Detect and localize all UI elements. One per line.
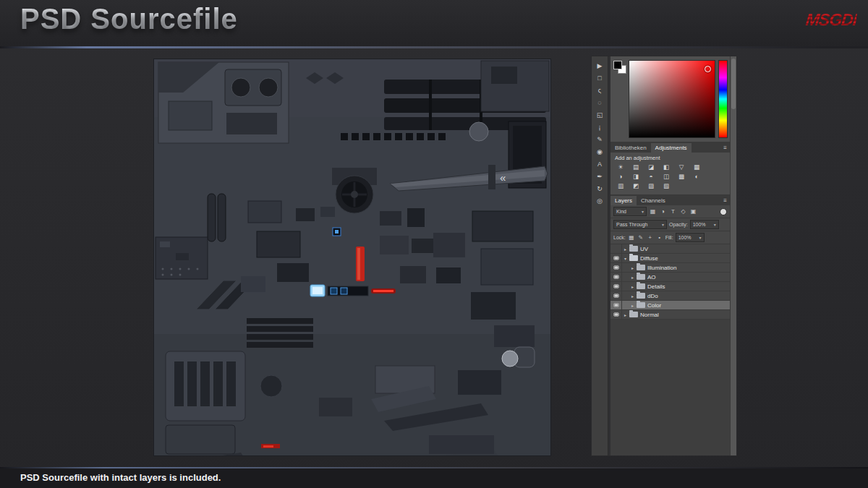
layer-row-uv[interactable]: ▸ UV [610,244,730,254]
visibility-toggle-icon[interactable] [610,282,622,291]
expand-arrow-icon[interactable]: ▾ [622,256,629,261]
footer-bar: PSD Sourcefile with intact layers is inc… [0,468,868,488]
slide: PSD Sourcefile MSGDI [0,0,868,488]
tab-libraries[interactable]: Bibliotheken [610,143,651,153]
layer-row-illumination[interactable]: ▸ Illumination [610,263,730,273]
visibility-toggle-icon[interactable] [610,263,622,272]
folder-icon [637,302,645,308]
fill-field[interactable]: 100% ▾ [676,233,705,242]
layer-row-diffuse[interactable]: ▾ Diffuse [610,254,730,263]
expand-arrow-icon[interactable]: ▸ [629,284,636,289]
lock-transparency-icon[interactable]: ▦ [628,234,635,241]
texture-atlas-image: « [154,59,550,455]
move-tool-icon[interactable]: ▶ [594,61,605,70]
selective-color-icon[interactable]: ▨ [645,182,657,190]
brush-tool-icon[interactable]: ✎ [594,135,605,144]
eyedropper-tool-icon[interactable]: ¡ [594,123,605,132]
layer-row-color[interactable]: ▸ Color [610,301,730,310]
zoom-tool-icon[interactable]: ◎ [594,197,605,205]
blend-mode-dropdown[interactable]: Pass Through ▾ [613,220,667,229]
invert-icon[interactable]: ◐ [691,173,702,181]
filter-toggle-icon[interactable] [720,208,727,215]
gradient-map-icon[interactable]: ▧ [660,182,672,190]
page-title: PSD Sourcefile [20,3,238,35]
marquee-tool-icon[interactable]: □ [594,74,605,82]
color-balance-icon[interactable]: ◑ [615,173,626,181]
folder-icon [629,312,638,317]
lock-position-icon[interactable]: + [647,234,654,241]
color-field-marker[interactable] [705,66,711,72]
scrollbar-thumb[interactable] [731,59,736,109]
visibility-toggle-icon[interactable] [610,244,622,253]
layers-menu-icon[interactable]: ≡ [723,197,727,204]
hue-slider[interactable] [718,60,728,138]
layer-row-ddo[interactable]: ▸ dDo [610,291,730,301]
channel-mixer-icon[interactable]: ◫ [660,173,672,181]
filter-shape-layers-icon[interactable]: ◇ [679,208,687,215]
color-lookup-icon[interactable]: ▩ [676,173,687,181]
foreground-background-swatch[interactable] [613,61,626,73]
panel-menu-icon[interactable]: ≡ [723,145,727,151]
opacity-field[interactable]: 100% ▾ [690,220,719,229]
hue-saturation-icon[interactable]: ▦ [691,163,702,171]
expand-arrow-icon[interactable]: ▸ [629,265,636,270]
vibrance-icon[interactable]: ▽ [676,163,687,171]
clone-stamp-tool-icon[interactable]: ◉ [594,147,605,156]
chevron-down-icon: ▾ [714,222,716,227]
visibility-toggle-icon[interactable] [610,273,622,281]
posterize-icon[interactable]: ▥ [615,182,626,190]
pen-tool-icon[interactable]: ✒ [594,172,605,181]
quick-selection-tool-icon[interactable]: ◌ [594,98,605,107]
visibility-toggle-icon[interactable] [610,254,622,262]
filter-adjustment-layers-icon[interactable]: ◑ [659,208,667,215]
fill-label: Fill: [665,235,673,240]
tab-adjustments[interactable]: Adjustments [651,143,692,153]
expand-arrow-icon[interactable]: ▸ [629,275,636,280]
layer-row-ao[interactable]: ▸ AO [610,273,730,282]
expand-arrow-icon[interactable]: ▸ [629,294,636,299]
visibility-toggle-icon[interactable] [610,291,622,300]
adjustments-tab-bar: Bibliotheken Adjustments ≡ [610,142,730,153]
folder-open-icon [629,255,638,261]
blend-mode-value: Pass Through [616,222,647,227]
color-picker-panel [610,56,730,142]
layer-name: Diffuse [640,255,658,262]
photo-filter-icon[interactable]: ◓ [645,173,657,181]
brightness-contrast-icon[interactable]: ☀ [615,163,626,171]
type-tool-icon[interactable]: A [594,160,605,168]
kind-filter-dropdown[interactable]: Kind ▾ [613,207,647,216]
tab-channels[interactable]: Channels [637,196,670,205]
opacity-label: Opacity: [669,222,688,227]
crop-tool-icon[interactable]: ◱ [594,111,605,119]
layer-row-details[interactable]: ▸ Details [610,282,730,291]
expand-arrow-icon[interactable]: ▸ [622,312,629,317]
visibility-toggle-icon[interactable] [610,310,622,319]
footer-caption: PSD Sourcefile with intact layers is inc… [20,472,221,483]
visibility-toggle-icon[interactable] [610,301,622,309]
filter-pixel-layers-icon[interactable]: ▦ [649,208,657,215]
lasso-tool-icon[interactable]: ς [594,86,605,95]
adjustments-heading: Add an adjustment [615,155,726,161]
rotate-view-tool-icon[interactable]: ↻ [594,184,605,193]
chevron-down-icon: ▾ [642,209,644,214]
chevron-down-icon: ▾ [699,235,702,240]
curves-icon[interactable]: ◪ [645,163,657,171]
foreground-color-swatch[interactable] [613,61,622,69]
layer-row-normal[interactable]: ▸ Normal [610,310,730,320]
expand-arrow-icon[interactable]: ▸ [622,247,629,252]
levels-icon[interactable]: ▤ [630,163,642,171]
adjustments-panel: Add an adjustment ☀ ▤ ◪ ◧ ▽ ▦ ◑ ◨ ◓ ◫ ▩ … [610,153,730,195]
threshold-icon[interactable]: ◩ [630,182,642,190]
filter-smart-objects-icon[interactable]: ▣ [689,208,697,215]
exposure-icon[interactable]: ◧ [660,163,672,171]
black-white-icon[interactable]: ◨ [630,173,642,181]
panel-scrollbar[interactable] [730,56,736,455]
tab-layers[interactable]: Layers [610,196,637,205]
lock-pixels-icon[interactable]: ✎ [637,234,644,241]
decal-chevron-text: « [500,171,506,184]
expand-arrow-icon[interactable]: ▸ [629,303,636,308]
color-field[interactable] [629,60,715,138]
filter-type-layers-icon[interactable]: T [669,208,677,215]
blend-mode-row: Pass Through ▾ Opacity: 100% ▾ [610,218,730,231]
lock-all-icon[interactable]: ▪ [656,234,663,241]
